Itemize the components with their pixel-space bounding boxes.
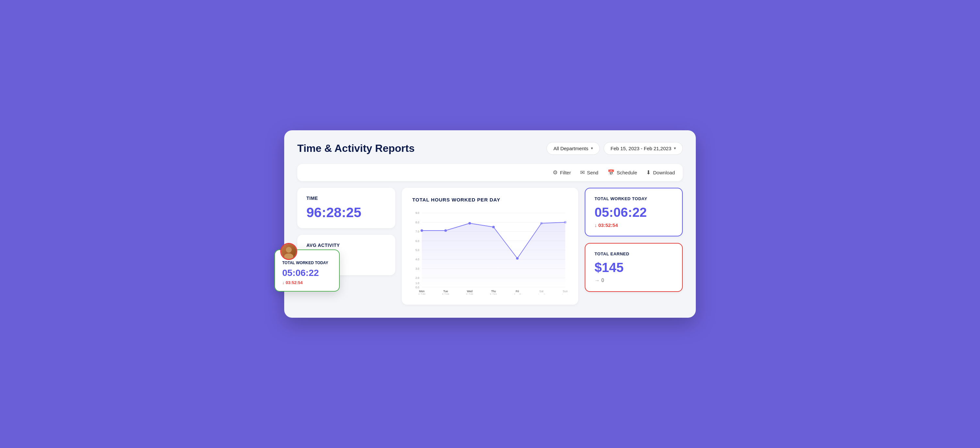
avatar-image xyxy=(281,244,296,259)
svg-text:Wed: Wed xyxy=(467,290,473,293)
svg-text:Tue: Tue xyxy=(443,290,448,293)
dashboard-container: Time & Activity Reports All Departments … xyxy=(284,130,696,318)
chevron-down-icon: ▾ xyxy=(674,146,676,151)
svg-text:Aug 1: Aug 1 xyxy=(514,293,521,294)
svg-text:Jul 30: Jul 30 xyxy=(466,293,474,294)
chart-card: TOTAL HOURS WORKED PER DAY 9.0 8.0 7.0 6… xyxy=(402,188,578,305)
svg-text:5.0: 5.0 xyxy=(415,248,420,252)
svg-text:Jul 31: Jul 31 xyxy=(490,293,497,294)
svg-text:6.0: 6.0 xyxy=(415,239,420,243)
svg-text:Sat: Sat xyxy=(539,290,544,293)
svg-point-21 xyxy=(444,229,447,232)
svg-text:Jul 29: Jul 29 xyxy=(442,293,450,294)
svg-text:Jul 28: Jul 28 xyxy=(418,293,426,294)
floating-card-label: TOTAL WORKED TODAY xyxy=(282,261,332,265)
floating-card-sub: ↓ 03:52:54 xyxy=(282,280,332,285)
time-card: TIME 96:28:25 xyxy=(297,188,395,228)
page-title: Time & Activity Reports xyxy=(297,142,415,154)
avatar xyxy=(280,243,297,260)
svg-text:Aug 3: Aug 3 xyxy=(562,293,568,294)
total-worked-label: TOTAL WORKED TODAY xyxy=(595,196,673,201)
date-range-selector[interactable]: Feb 15, 2023 - Feb 21,2023 ▾ xyxy=(604,142,683,155)
main-content: TIME 96:28:25 AVG ACTIVITY 91% TOTAL HOU… xyxy=(297,188,683,305)
down-arrow-icon: ↓ xyxy=(595,222,597,228)
svg-text:7.0: 7.0 xyxy=(415,230,420,233)
chevron-down-icon: ▾ xyxy=(591,146,593,151)
total-worked-today-card: TOTAL WORKED TODAY 05:06:22 ↓ 03:52:54 xyxy=(585,188,683,237)
send-button[interactable]: ✉ Send xyxy=(580,169,598,176)
header-controls: All Departments ▾ Feb 15, 2023 - Feb 21,… xyxy=(547,142,683,155)
svg-point-24 xyxy=(516,257,519,260)
svg-point-20 xyxy=(420,229,423,232)
department-selector[interactable]: All Departments ▾ xyxy=(547,142,600,155)
svg-text:2.0: 2.0 xyxy=(415,276,420,280)
line-chart: 9.0 8.0 7.0 6.0 5.0 4.0 3.0 2.0 1.0 0.0 xyxy=(412,209,568,294)
department-label: All Departments xyxy=(554,146,588,151)
svg-text:Aug 2: Aug 2 xyxy=(538,293,545,294)
chart-title: TOTAL HOURS WORKED PER DAY xyxy=(412,197,568,202)
download-button[interactable]: ⬇ Download xyxy=(646,169,675,176)
right-panel: TOTAL WORKED TODAY 05:06:22 ↓ 03:52:54 T… xyxy=(585,188,683,292)
svg-point-25 xyxy=(540,222,543,225)
svg-marker-19 xyxy=(422,222,565,288)
svg-text:0.0: 0.0 xyxy=(415,286,420,289)
time-label: TIME xyxy=(306,195,386,201)
svg-text:Fri: Fri xyxy=(516,290,519,293)
total-earned-sub: → 0 xyxy=(595,278,673,283)
chart-area: 9.0 8.0 7.0 6.0 5.0 4.0 3.0 2.0 1.0 0.0 xyxy=(412,209,568,295)
download-icon: ⬇ xyxy=(646,169,651,176)
svg-point-42 xyxy=(284,253,293,259)
svg-text:9.0: 9.0 xyxy=(415,211,420,214)
header: Time & Activity Reports All Departments … xyxy=(297,142,683,155)
svg-text:Thu: Thu xyxy=(491,290,496,293)
date-range-label: Feb 15, 2023 - Feb 21,2023 xyxy=(611,146,671,151)
send-icon: ✉ xyxy=(580,169,585,176)
svg-point-23 xyxy=(492,226,495,228)
calendar-icon: 📅 xyxy=(608,169,614,176)
time-value: 96:28:25 xyxy=(306,205,386,221)
total-worked-value: 05:06:22 xyxy=(595,205,673,220)
filter-button[interactable]: ⚙ Filter xyxy=(553,169,571,176)
avg-label: AVG ACTIVITY xyxy=(306,243,386,248)
svg-text:4.0: 4.0 xyxy=(415,257,420,261)
svg-point-41 xyxy=(286,247,292,253)
svg-point-26 xyxy=(564,221,566,224)
total-worked-sub: ↓ 03:52:54 xyxy=(595,222,673,228)
svg-text:8.0: 8.0 xyxy=(415,221,420,224)
total-earned-value: $145 xyxy=(595,260,673,275)
schedule-button[interactable]: 📅 Schedule xyxy=(608,169,637,176)
down-arrow-icon: ↓ xyxy=(282,280,285,285)
svg-text:3.0: 3.0 xyxy=(415,267,420,270)
svg-text:1.0: 1.0 xyxy=(415,281,420,285)
svg-text:Sun: Sun xyxy=(563,290,568,293)
svg-text:Mon: Mon xyxy=(419,290,425,293)
floating-card-value: 05:06:22 xyxy=(282,268,332,278)
svg-point-22 xyxy=(468,222,471,225)
total-earned-card: TOTAL EARNED $145 → 0 xyxy=(585,243,683,292)
filter-icon: ⚙ xyxy=(553,169,558,176)
floating-card: TOTAL WORKED TODAY 05:06:22 ↓ 03:52:54 xyxy=(274,249,340,292)
toolbar-card: ⚙ Filter ✉ Send 📅 Schedule ⬇ Download xyxy=(297,164,683,181)
total-earned-label: TOTAL EARNED xyxy=(595,251,673,256)
